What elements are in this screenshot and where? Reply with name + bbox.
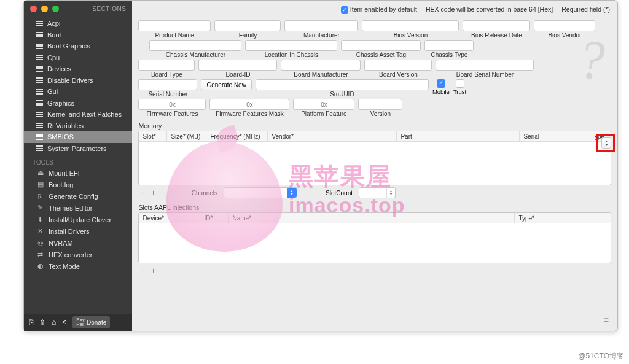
export-icon[interactable]: ⎘ [29, 318, 33, 327]
chassis-asset-tag-input[interactable] [341, 40, 421, 51]
slots-col-name-[interactable]: Name* [229, 213, 515, 223]
slots-col-device-[interactable]: Device* [139, 213, 200, 223]
memory-title: Memory [138, 122, 611, 130]
bios-release-date-input[interactable] [463, 20, 530, 31]
tool-icon: ⬇ [36, 215, 44, 223]
list-icon [36, 123, 43, 128]
window-controls [30, 6, 59, 12]
generate-new-button[interactable]: Generate New [201, 79, 251, 90]
memory-col-serial[interactable]: Serial [520, 131, 587, 141]
mobile-checkbox[interactable]: Mobile [432, 79, 450, 95]
tool-item-generate-config[interactable]: ⎘Generate Config [24, 190, 132, 202]
tool-item-nvram[interactable]: ◎NVRAM [24, 237, 132, 249]
tool-icon: ✎ [36, 204, 44, 212]
chassis-manufacturer-input[interactable] [149, 40, 241, 51]
required-hint: Required field (*) [561, 6, 610, 13]
list-icon [36, 21, 43, 26]
bios-vendor-input[interactable] [534, 20, 595, 31]
slots-col-type-[interactable]: Type* [515, 213, 611, 223]
firmware-features-input[interactable] [138, 99, 206, 110]
memory-col-slot-[interactable]: Slot* [139, 131, 167, 141]
tools-header: TOOLS [24, 154, 132, 167]
slots-table[interactable]: Device*ID*Name*Type* [138, 212, 611, 263]
enabled-hint: ✓Item enabled by default [341, 6, 417, 14]
sidebar-item-boot-graphics[interactable]: Boot Graphics [24, 41, 132, 52]
menu-icon[interactable]: ≡ [604, 315, 609, 325]
tool-item-hex-converter[interactable]: ⇄HEX converter [24, 249, 132, 260]
sidebar-item-cpu[interactable]: Cpu [24, 52, 132, 64]
sidebar-item-gui[interactable]: Gui [24, 86, 132, 98]
firmware-features-mask-input[interactable] [209, 99, 289, 110]
list-icon [36, 134, 43, 140]
sidebar-item-smbios[interactable]: SMBIOS [24, 131, 132, 143]
slots-remove-button[interactable]: − [138, 265, 146, 277]
zoom-icon[interactable] [52, 6, 59, 12]
memory-col-frequency-mhz-[interactable]: Frequency* (MHz) [206, 131, 268, 141]
location-in-chassis-input[interactable] [245, 40, 337, 51]
sidebar-item-devices[interactable]: Devices [24, 63, 132, 75]
board-manufacturer-input[interactable] [281, 60, 361, 71]
tool-icon: ⏏ [36, 169, 44, 177]
list-icon [36, 55, 43, 60]
manufacturer-input[interactable] [284, 20, 358, 31]
channels-select[interactable]: ▲▼ [224, 187, 297, 198]
bios-version-input[interactable] [362, 20, 459, 31]
memory-remove-button[interactable]: − [138, 187, 146, 199]
tool-item-boot-log[interactable]: ▤Boot.log [24, 179, 132, 190]
sidebar-bottom: ⎘ ⇪ ⌂ < PayPal Donate [24, 314, 132, 331]
memory-col-size-mb-[interactable]: Size* (MB) [167, 131, 206, 141]
board-serial-number-input[interactable] [436, 60, 534, 71]
minimize-icon[interactable] [41, 6, 48, 12]
memory-col-vendor-[interactable]: Vendor* [268, 131, 397, 141]
top-bar: ✓Item enabled by default HEX code will b… [132, 1, 617, 18]
serial-number-input[interactable] [138, 79, 197, 90]
tool-item-mount-efi[interactable]: ⏏Mount EFI [24, 167, 132, 179]
import-icon[interactable]: ⇪ [39, 318, 45, 327]
list-icon [36, 44, 43, 49]
app-window: SECTIONS AcpiBootBoot GraphicsCpuDevices… [23, 0, 618, 331]
board-version-input[interactable] [364, 60, 432, 71]
family-input[interactable] [214, 20, 281, 31]
sidebar-item-system-parameters[interactable]: System Parameters [24, 143, 132, 155]
slotcount-stepper[interactable]: ▲▼ [359, 187, 396, 198]
list-icon [36, 145, 43, 151]
product-name-input[interactable] [138, 20, 211, 31]
sidebar: SECTIONS AcpiBootBoot GraphicsCpuDevices… [24, 1, 132, 331]
memory-section: Memory Slot*Size* (MB)Frequency* (MHz)Ve… [138, 122, 611, 199]
sidebar-item-rt-variables[interactable]: Rt Variables [24, 120, 132, 132]
version-input[interactable] [358, 99, 402, 110]
sidebar-item-acpi[interactable]: Acpi [24, 18, 132, 29]
tool-item-install-update-clover[interactable]: ⬇Install/Update Clover [24, 214, 132, 225]
chevron-updown-icon: ▲▼ [386, 188, 395, 198]
donate-button[interactable]: PayPal Donate [72, 316, 110, 328]
sidebar-item-disable-drivers[interactable]: Disable Drivers [24, 75, 132, 87]
smuuid-input[interactable] [256, 79, 429, 90]
tool-item-text-mode[interactable]: ◐Text Mode [24, 260, 132, 272]
memory-col-part[interactable]: Part [397, 131, 520, 141]
sidebar-item-kernel-and-kext-patches[interactable]: Kernel and Kext Patches [24, 109, 132, 120]
board-type-input[interactable] [138, 60, 195, 71]
slots-add-button[interactable]: + [150, 265, 157, 277]
trust-checkbox[interactable]: Trust [453, 79, 466, 95]
hex-hint: HEX code will be converted in base 64 [H… [426, 6, 553, 13]
slots-col-id-[interactable]: ID* [200, 213, 229, 223]
main-panel: ✓Item enabled by default HEX code will b… [132, 1, 617, 331]
memory-table[interactable]: Slot*Size* (MB)Frequency* (MHz)Vendor*Pa… [138, 131, 611, 185]
sidebar-item-graphics[interactable]: Graphics [24, 98, 132, 109]
tool-item-themes-editor[interactable]: ✎Themes Editor [24, 202, 132, 214]
tool-item-install-drivers[interactable]: ✕Install Drivers [24, 225, 132, 237]
chevron-updown-icon: ▲▼ [287, 188, 297, 198]
board-id-input[interactable] [198, 60, 277, 71]
close-icon[interactable] [30, 6, 37, 12]
home-icon[interactable]: ⌂ [52, 318, 56, 327]
memory-add-button[interactable]: + [150, 187, 157, 199]
platform-feature-input[interactable] [293, 99, 354, 110]
smbios-model-stepper[interactable]: ▴▾ [601, 137, 611, 149]
tool-icon: ◐ [36, 262, 44, 270]
chassis-type-input[interactable] [424, 40, 474, 51]
list-icon [36, 77, 43, 83]
sidebar-item-boot[interactable]: Boot [24, 29, 132, 41]
tool-icon: ⎘ [36, 193, 44, 200]
share-icon[interactable]: < [62, 318, 66, 327]
list-icon [36, 112, 43, 117]
